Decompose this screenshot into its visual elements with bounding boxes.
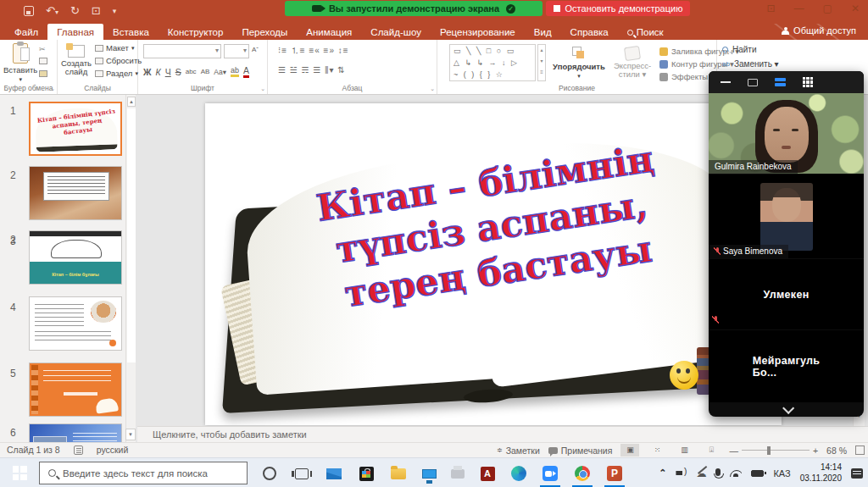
thumbnail-scrollbar-thumb[interactable] xyxy=(127,108,136,362)
stop-share-button[interactable]: Остановить демонстрацию xyxy=(546,1,690,16)
char-spacing-button[interactable]: АВ xyxy=(201,68,210,75)
tab-view[interactable]: Вид xyxy=(525,24,561,40)
paragraph-row1[interactable]: ⁝≡ ⒈≡ ≡« ≡» ↕≡ xyxy=(278,45,349,57)
zoom-app-button[interactable] xyxy=(540,463,560,484)
tab-insert[interactable]: Вставка xyxy=(103,24,159,40)
tab-review[interactable]: Рецензирование xyxy=(431,24,525,40)
new-slide-button[interactable]: Создать слайд xyxy=(59,42,93,77)
reading-view-button[interactable]: ▥ xyxy=(675,444,693,457)
font-dialog-launcher[interactable]: ⌄ xyxy=(260,86,265,92)
layout-button[interactable]: Макет▾ xyxy=(95,43,142,53)
italic-button[interactable]: К xyxy=(156,67,161,77)
clear-format-button[interactable]: abc xyxy=(186,68,197,75)
paragraph-dialog-launcher[interactable]: ⌄ xyxy=(430,86,435,92)
scroll-up-arrow[interactable]: ▲ xyxy=(127,97,136,107)
ribbon-options-icon[interactable]: ⊡ xyxy=(767,3,776,14)
shape-gallery-scrollbar[interactable]: ▴▾≡ xyxy=(537,44,546,81)
zoom-in-button[interactable]: + xyxy=(813,445,818,456)
share-button[interactable]: Общий доступ xyxy=(782,25,856,36)
paragraph-row2[interactable]: ☰ ☱ ☴ ☰ ⫼▾ ⇅ xyxy=(278,65,346,75)
thumbnail-slide-6[interactable] xyxy=(29,423,122,442)
paste-button[interactable]: Вставить ▾ xyxy=(3,40,37,83)
task-view-button[interactable] xyxy=(292,463,312,484)
acrobat-button[interactable]: A xyxy=(477,463,498,484)
thumbnail-slide-5[interactable] xyxy=(29,362,122,417)
fit-slide-button[interactable] xyxy=(855,445,865,455)
store-app-button[interactable] xyxy=(356,463,376,484)
clipboard-dialog-launcher[interactable]: ⌄ xyxy=(50,86,55,92)
close-button[interactable]: ✕ xyxy=(851,3,860,14)
notes-pane[interactable]: ▼ Щелкните, чтобы добавить заметки xyxy=(137,426,868,442)
font-size-combo[interactable] xyxy=(224,44,249,58)
thumbnail-slide-4[interactable] xyxy=(29,296,122,351)
tab-slideshow[interactable]: Слайд-шоу xyxy=(361,24,431,40)
slideshow-view-button[interactable]: ⍗ xyxy=(702,444,721,457)
thumbnail-slide-2[interactable] xyxy=(29,166,122,220)
tab-search[interactable]: Поиск xyxy=(618,24,673,40)
zoom-slider-knob[interactable] xyxy=(767,446,771,455)
zoom-out-button[interactable]: — xyxy=(729,445,738,456)
save-icon[interactable] xyxy=(24,6,34,16)
zoom-slider[interactable]: — + xyxy=(729,445,818,456)
zoom-gallery-view-icon[interactable] xyxy=(803,77,813,87)
customize-qat-icon[interactable]: ▾ xyxy=(113,7,117,15)
replace-button[interactable]: abЗаменить ▾ xyxy=(722,59,779,69)
mail-app-button[interactable] xyxy=(324,463,344,484)
start-button[interactable] xyxy=(0,458,39,487)
onedrive-icon[interactable]: ☁ xyxy=(696,468,706,479)
underline-button[interactable]: Ч xyxy=(165,67,171,77)
strikethrough-button[interactable]: S xyxy=(175,67,181,77)
input-language[interactable]: КАЗ xyxy=(773,468,790,479)
font-color-button[interactable]: А xyxy=(243,65,249,78)
taskbar-search-input[interactable]: Введите здесь текст для поиска xyxy=(39,462,248,484)
microphone-icon[interactable] xyxy=(715,468,721,476)
arrange-button[interactable]: Упорядочить ▾ xyxy=(553,43,605,80)
this-pc-button[interactable] xyxy=(419,463,439,484)
zoom-minimize-icon[interactable] xyxy=(721,81,731,84)
participant-video-tile[interactable]: Мейрамгуль Бо... xyxy=(709,330,864,403)
change-case-button[interactable]: Аа▾ xyxy=(214,68,226,76)
printer-button[interactable] xyxy=(448,463,468,484)
thumbnail-scrollbar[interactable]: ▲ xyxy=(125,95,136,442)
format-painter-icon[interactable] xyxy=(39,70,47,79)
participant-video-tile[interactable]: Saya Bimenova xyxy=(709,174,864,259)
thumbnail-slide-1[interactable]: Кітап – білімнің түпсіз аспаны, терең ба… xyxy=(29,102,122,156)
grow-font-icon[interactable]: Aˆ xyxy=(252,46,259,53)
tab-help[interactable]: Справка xyxy=(561,24,618,40)
notes-collapse-icon[interactable]: ▼ xyxy=(125,429,136,440)
reset-button[interactable]: Сбросить xyxy=(95,56,142,65)
minimize-button[interactable]: — xyxy=(794,3,804,14)
comments-toggle[interactable]: Примечания xyxy=(548,445,613,456)
quick-styles-button[interactable]: Экспресс-стили ▾ xyxy=(607,43,658,80)
action-center-icon[interactable] xyxy=(851,468,863,479)
zoom-restore-icon[interactable] xyxy=(748,79,758,86)
zoom-percent[interactable]: 68 % xyxy=(826,445,847,456)
undo-icon[interactable]: ↶▾ xyxy=(46,4,58,17)
normal-view-button[interactable]: ▣ xyxy=(620,444,639,457)
zoom-speaker-view-icon[interactable] xyxy=(775,78,786,86)
restore-button[interactable]: ▢ xyxy=(823,3,832,14)
slide-canvas[interactable]: Кітап – білімнің түпсіз аспаны, терең ба… xyxy=(205,103,782,425)
cut-icon[interactable]: ✂ xyxy=(39,45,47,53)
find-button[interactable]: Найти xyxy=(722,45,779,54)
thumbnail-slide-3[interactable]: Кітап – білім бұлағы xyxy=(29,230,122,285)
redo-icon[interactable]: ↻ xyxy=(70,4,80,17)
tray-expand-icon[interactable]: ⌃ xyxy=(659,468,666,479)
volume-icon[interactable] xyxy=(676,468,687,478)
section-button[interactable]: Раздел▾ xyxy=(95,69,142,78)
taskbar-clock[interactable]: 14:14 03.11.2020 xyxy=(800,462,842,484)
tab-file[interactable]: Файл xyxy=(5,24,47,40)
participant-video-tile[interactable]: Улмекен xyxy=(709,259,864,330)
tab-transitions[interactable]: Переходы xyxy=(232,24,297,40)
chrome-button[interactable] xyxy=(572,463,593,484)
accessibility-icon[interactable] xyxy=(74,445,83,455)
tab-home[interactable]: Главная xyxy=(47,24,103,40)
tab-animations[interactable]: Анимация xyxy=(297,24,361,40)
cortana-button[interactable] xyxy=(259,463,280,484)
powerpoint-button[interactable]: P xyxy=(604,463,625,484)
wifi-icon[interactable] xyxy=(730,470,742,477)
zoom-panel-collapse-button[interactable] xyxy=(709,403,864,417)
edge-button[interactable] xyxy=(509,463,529,484)
notes-toggle[interactable]: ≑Заметки xyxy=(497,445,540,456)
font-name-combo[interactable] xyxy=(143,44,221,58)
